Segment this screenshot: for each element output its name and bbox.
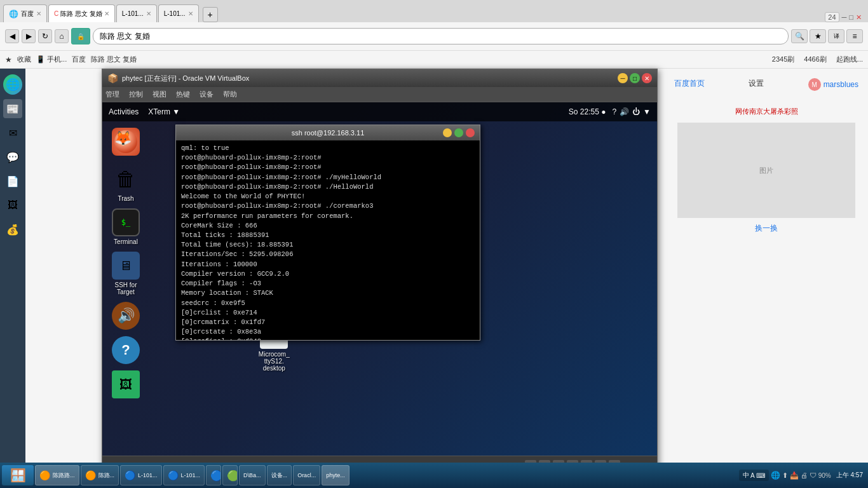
ssh-terminal-content[interactable]: qml: to trueroot@phuboard-pollux-imx8mp-… — [176, 140, 480, 340]
vbox-maximize-btn[interactable]: □ — [630, 73, 640, 83]
tab-active[interactable]: C 陈路 思文 复婚 ✕ — [48, 4, 115, 22]
sidebar-photo[interactable]: 🖼 — [3, 196, 22, 215]
ssh-label: SSH for Target — [114, 281, 137, 295]
bookmark-1[interactable]: 收藏 — [17, 55, 31, 64]
baidu-refresh[interactable]: 换一换 — [755, 223, 778, 234]
vbox-menu-device[interactable]: 设备 — [200, 90, 214, 99]
taskbar-item-8[interactable]: 设备... — [267, 465, 292, 485]
taskbar-text-7: D\Ba... — [243, 472, 261, 478]
sidebar-news[interactable]: 📰 — [3, 99, 22, 118]
tray-download-icon: 📥 — [790, 471, 799, 480]
tray-upload-icon: ⬆ — [782, 471, 788, 480]
gnome-app-name[interactable]: XTerm ▼ — [148, 107, 180, 116]
window-min-btn[interactable]: ─ — [842, 13, 847, 21]
bookmark-2[interactable]: 📱 手机... — [36, 55, 67, 64]
tray-more-icon[interactable]: ⌨ — [756, 472, 765, 479]
tab-l101-2[interactable]: L-101... ✕ — [158, 4, 199, 22]
ssh-titlebar: ssh root@192.168.3.11 — [176, 125, 480, 140]
tray-ime-icon[interactable]: 中 — [743, 471, 749, 480]
address-bar[interactable] — [93, 28, 789, 44]
tray-volume-pct: 90% — [818, 472, 831, 479]
tray-antivirus-icon[interactable]: 🛡 — [810, 471, 817, 479]
taskbar-item-2[interactable]: 🟠 陈路... — [81, 465, 119, 485]
ssh-window-buttons — [443, 128, 475, 137]
taskbar-item-3[interactable]: 🔵 L-101... — [120, 465, 162, 485]
baidu-setting-link[interactable]: 设置 — [749, 78, 764, 91]
ssh-maximize-btn[interactable] — [454, 128, 463, 137]
taskbar-item-1[interactable]: 🟠 陈路路... — [35, 465, 79, 485]
terminal-label: Terminal — [114, 238, 138, 245]
tray-print-icon[interactable]: 🖨 — [801, 471, 808, 479]
gnome-menu-icon[interactable]: ▼ — [643, 107, 651, 116]
desktop-icon-volume[interactable]: 🔊 — [112, 302, 140, 330]
desktop-icon-terminal[interactable]: $_ Terminal — [112, 208, 140, 245]
taskbar-item-7[interactable]: D\Ba... — [239, 465, 266, 485]
forward-button[interactable]: ▶ — [22, 29, 36, 43]
tab-baidu[interactable]: 🌐 百度 ✕ — [3, 4, 47, 22]
window-close-btn[interactable]: ✕ — [856, 13, 862, 22]
sidebar-money[interactable]: 💰 — [3, 220, 22, 239]
search-button[interactable]: 🔍 — [791, 29, 808, 43]
gnome-power-icon[interactable]: ⏻ — [632, 107, 640, 116]
taskbar-item-9[interactable]: Oracl... — [293, 465, 320, 485]
taskbar-text-2: 陈路... — [98, 471, 115, 480]
bookmark-article[interactable]: 陈路 思文 复婚 — [91, 55, 137, 64]
desktop-icon-photo[interactable]: 🖼 — [112, 370, 140, 398]
bookmark-baidu[interactable]: 百度 — [72, 55, 86, 64]
translate-btn[interactable]: 译 — [828, 29, 844, 43]
taskbar-text-4: L-101... — [181, 472, 201, 478]
taskbar-item-4[interactable]: 🔵 L-101... — [163, 465, 205, 485]
vbox-menubar: 管理 控制 视图 热键 设备 帮助 — [102, 87, 657, 102]
start-button[interactable]: 🪟 — [2, 465, 34, 485]
desktop-icon-ssh[interactable]: 🖥 SSH for Target — [112, 252, 140, 295]
tray-input-icon[interactable]: A — [750, 472, 755, 479]
vbox-minimize-btn[interactable]: ─ — [618, 73, 628, 83]
baidu-news-title: 网传南京大屠杀彩照 — [735, 107, 798, 116]
gnome-sys-icons: ? 🔊 ⏻ ▼ — [612, 107, 651, 116]
vbox-close-btn[interactable]: ✕ — [642, 73, 652, 83]
system-clock: 上午 4:57 — [833, 471, 866, 480]
vbox-menu-hotkey[interactable]: 热键 — [176, 90, 190, 99]
taskbar-icon-2: 🟠 — [85, 470, 96, 480]
back-button[interactable]: ◀ — [5, 29, 19, 43]
baidu-right-panel: 百度首页 设置 M marsblues 网传南京大屠杀彩照 图片 换一换 — [665, 69, 868, 488]
taskbar-item-5[interactable]: 🔵 — [206, 465, 221, 485]
tray-network-icon[interactable]: 🌐 — [771, 471, 780, 480]
ssh-close-btn[interactable] — [466, 128, 475, 137]
vbox-menu-view[interactable]: 视图 — [153, 90, 166, 99]
desktop-icon-firefox[interactable]: 🦊 — [112, 128, 140, 156]
vbox-menu-manage[interactable]: 管理 — [105, 90, 119, 99]
bookmark-count-2: 4466刷 — [804, 55, 826, 64]
refresh-button[interactable]: ↻ — [38, 29, 52, 43]
baidu-homepage-link[interactable]: 百度首页 — [674, 78, 705, 91]
taskbar-item-6[interactable]: 🟢 — [222, 465, 238, 485]
ssh-minimize-btn[interactable] — [443, 128, 452, 137]
gnome-question-icon[interactable]: ? — [612, 107, 616, 116]
taskbar-item-10[interactable]: phyte... — [322, 465, 349, 485]
tab-l101-1[interactable]: L-101... ✕ — [116, 4, 157, 22]
bookmark-btn[interactable]: ★ — [810, 29, 826, 43]
ssh-terminal-window: ssh root@192.168.3.11 qml: to trueroot@p… — [175, 125, 480, 341]
virtualbox-window: 📦 phytec [正在运行] - Oracle VM VirtualBox ─… — [102, 69, 658, 475]
gnome-volume-icon[interactable]: 🔊 — [620, 107, 629, 116]
bookmark-count-1: 2345刷 — [772, 55, 794, 64]
sidebar-doc[interactable]: 📄 — [3, 172, 22, 191]
new-tab-button[interactable]: + — [203, 7, 218, 22]
vbox-menu-help[interactable]: 帮助 — [223, 90, 237, 99]
windows-taskbar: 🪟 🟠 陈路路... 🟠 陈路... 🔵 L-101... 🔵 L-101...… — [0, 463, 868, 488]
sidebar-mail[interactable]: ✉ — [3, 123, 22, 142]
bookmark-action[interactable]: 起跑线... — [836, 55, 863, 64]
sidebar-chat[interactable]: 💬 — [3, 147, 22, 166]
gnome-activities-btn[interactable]: Activities — [109, 107, 139, 116]
desktop-icon-trash[interactable]: 🗑 Trash — [112, 165, 140, 202]
microcom-s12-label: Microcom_ ttyS12. desktop — [259, 351, 290, 372]
desktop-icons-left: 🦊 🗑 Trash $_ Terminal 🖥 — [109, 125, 143, 402]
desktop-icon-help[interactable]: ? — [112, 336, 140, 364]
home-button[interactable]: ⌂ — [55, 29, 69, 43]
browser-tabs: 🌐 百度 ✕ C 陈路 思文 复婚 ✕ L-101... ✕ L-101... … — [0, 0, 868, 22]
tools-btn[interactable]: ≡ — [846, 29, 863, 43]
window-max-btn[interactable]: □ — [849, 13, 853, 21]
vbox-menu-control[interactable]: 控制 — [129, 90, 143, 99]
taskbar-text-10: phyte... — [326, 472, 345, 478]
taskbar-icon-1: 🟠 — [39, 470, 50, 480]
